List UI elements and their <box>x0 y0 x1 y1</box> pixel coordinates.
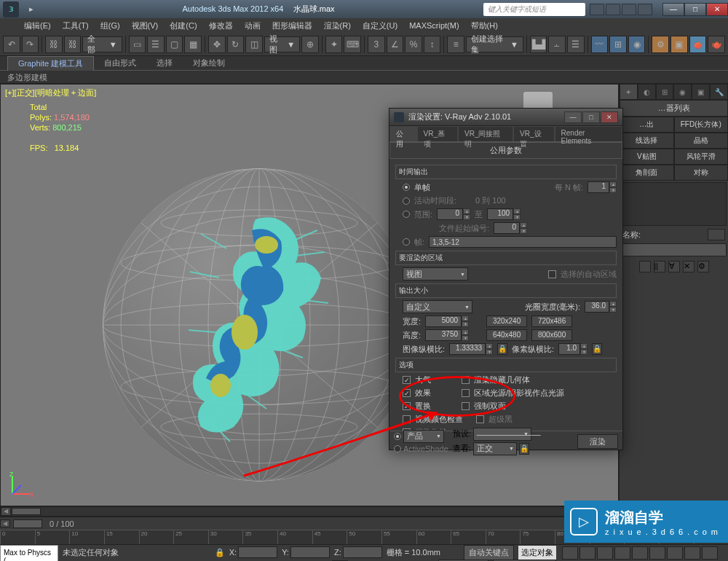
object-name-input[interactable] <box>621 243 727 256</box>
link-button[interactable]: ⛓ <box>45 36 63 53</box>
every-n-input[interactable]: 1 <box>587 181 609 193</box>
star-icon[interactable] <box>622 4 636 15</box>
time-slider-thumb[interactable] <box>13 519 42 528</box>
angle-snap-button[interactable]: ∠ <box>387 36 404 53</box>
percent-snap-button[interactable]: % <box>405 36 422 53</box>
tab-vr-gi[interactable]: VR_间接照明 <box>458 126 513 141</box>
comm-icon[interactable] <box>606 4 620 15</box>
play-button[interactable] <box>597 546 613 560</box>
menu-create[interactable]: 创建(C) <box>164 19 202 33</box>
superblack-checkbox[interactable] <box>476 415 484 423</box>
zoom-extents-button[interactable] <box>684 546 700 560</box>
image-aspect-input[interactable]: 1.33333 <box>449 343 486 355</box>
dialog-minimize-button[interactable]: — <box>564 111 582 123</box>
menu-tools[interactable]: 工具(T) <box>57 19 95 33</box>
width-input[interactable]: 5000 <box>425 315 462 327</box>
x-coord-input[interactable] <box>238 546 277 558</box>
pixel-aspect-input[interactable]: 1.0 <box>558 343 580 355</box>
lock-view-button[interactable]: 🔒 <box>519 443 529 455</box>
selected-dropdown[interactable]: 选定对象 <box>518 546 556 560</box>
autokey-button[interactable]: 自动关键点 <box>464 545 514 560</box>
grid-item[interactable]: 角剖面 <box>620 165 674 181</box>
zoom-button[interactable] <box>649 546 665 560</box>
maxscript-mini-listener[interactable]: Max to Physcs ( <box>0 545 58 561</box>
view-dropdown[interactable]: 正交 <box>473 442 517 455</box>
preset-640x480[interactable]: 640x480 <box>486 329 527 341</box>
radio-activeshade[interactable] <box>394 445 401 452</box>
range-to-input[interactable]: 100 <box>487 208 513 220</box>
modifier-list-label[interactable]: …器列表 <box>620 100 728 117</box>
app-icon[interactable]: 𝟯 <box>3 1 19 17</box>
next-frame-button[interactable] <box>614 546 630 560</box>
viewport-label[interactable]: [+][正交][明暗处理 + 边面] <box>5 87 96 98</box>
hidden-checkbox[interactable] <box>462 376 470 384</box>
unique-button[interactable]: ∀ <box>668 261 680 272</box>
render-frame-button[interactable]: ▣ <box>670 36 688 53</box>
menu-graph[interactable]: 图形编辑器 <box>266 19 318 33</box>
select-region-button[interactable]: ▢ <box>166 36 183 53</box>
lock-icon[interactable]: 🔒 <box>215 548 225 557</box>
q-icon[interactable] <box>638 4 652 15</box>
grid-item[interactable]: V贴图 <box>620 149 674 165</box>
range-from-input[interactable]: 0 <box>437 208 463 220</box>
goto-start-button[interactable] <box>562 546 578 560</box>
scene-object-sphere[interactable] <box>103 168 416 482</box>
aperture-input[interactable]: 36.0 <box>585 301 609 313</box>
menu-maxscript[interactable]: MAXScript(M) <box>403 20 464 31</box>
snap-button[interactable]: 3 <box>368 36 385 53</box>
height-input[interactable]: 3750 <box>425 329 462 341</box>
named-selection-dropdown[interactable]: 创建选择集▼ <box>466 36 523 52</box>
frames-input[interactable]: 1,3,5-12 <box>429 236 617 248</box>
tab-vr-base[interactable]: VR_基项 <box>417 126 459 141</box>
zoom-all-button[interactable] <box>667 546 683 560</box>
force2side-checkbox[interactable] <box>462 402 470 410</box>
layers-button[interactable]: ☰ <box>567 36 585 53</box>
spinner-snap-button[interactable]: ↕ <box>424 36 441 53</box>
y-coord-input[interactable] <box>290 546 330 558</box>
move-button[interactable]: ✥ <box>208 36 226 53</box>
help-icon[interactable] <box>590 4 604 15</box>
graphite-tab-freeform[interactable]: 自由形式 <box>94 56 146 70</box>
minimize-button[interactable]: — <box>662 3 684 16</box>
tab-vr-settings[interactable]: VR_设置 <box>513 126 555 141</box>
grid-item[interactable]: 对称 <box>674 165 729 181</box>
radio-range[interactable] <box>403 211 410 218</box>
dialog-titlebar[interactable]: 渲染设置: V-Ray Adv 2.10.01 — □ ✕ <box>389 109 622 126</box>
video-check-checkbox[interactable] <box>403 415 411 423</box>
time-prev-button[interactable]: ◀ <box>0 519 10 527</box>
undo-button[interactable]: ↶ <box>3 36 20 53</box>
render-button[interactable]: 🫖 <box>689 36 707 53</box>
tab-common[interactable]: 公用 <box>389 126 417 141</box>
tab-render-elements[interactable]: Render Elements <box>555 126 622 141</box>
radio-product[interactable] <box>394 433 401 440</box>
axis-gizmo[interactable]: z x <box>7 471 36 500</box>
atmos-checkbox[interactable] <box>403 376 411 384</box>
cmd-tab-motion[interactable]: ◉ <box>673 84 692 100</box>
render-setup-button[interactable]: ⚙ <box>652 36 669 53</box>
menu-animation[interactable]: 动画 <box>239 19 266 33</box>
help-search-input[interactable]: 键入关键字或短语 <box>483 3 585 16</box>
curve-editor-button[interactable]: 〰 <box>591 36 609 53</box>
show-end-button[interactable]: || <box>654 261 665 272</box>
lock-pixel-aspect-button[interactable]: 🔒 <box>592 343 602 355</box>
pivot-button[interactable]: ⊕ <box>301 36 319 53</box>
configure-button[interactable]: ⚙ <box>697 261 709 272</box>
manipulate-button[interactable]: ✦ <box>325 36 343 53</box>
graphite-subpanel[interactable]: 多边形建模 <box>0 71 728 84</box>
lock-aspect-button[interactable]: 🔒 <box>497 343 507 355</box>
menu-views[interactable]: 视图(V) <box>126 19 165 33</box>
menu-modifiers[interactable]: 修改器 <box>203 19 239 33</box>
scale-button[interactable]: ◫ <box>245 36 263 53</box>
ref-coord-dropdown[interactable]: 视图▼ <box>264 36 300 52</box>
prev-frame-button[interactable] <box>579 546 596 560</box>
cmd-tab-display[interactable]: ▣ <box>692 84 710 100</box>
edit-named-button[interactable]: ≡ <box>447 36 464 53</box>
preset-720x486[interactable]: 720x486 <box>531 315 572 327</box>
select-button[interactable]: ▭ <box>129 36 146 53</box>
align-button[interactable]: ⫠ <box>548 36 566 53</box>
goto-end-button[interactable] <box>632 546 648 560</box>
preset-dropdown[interactable]: ———————— <box>473 428 531 441</box>
size-preset-dropdown[interactable]: 自定义 <box>403 300 472 313</box>
remove-button[interactable]: ✕ <box>683 261 695 272</box>
displace-checkbox[interactable] <box>403 402 411 410</box>
